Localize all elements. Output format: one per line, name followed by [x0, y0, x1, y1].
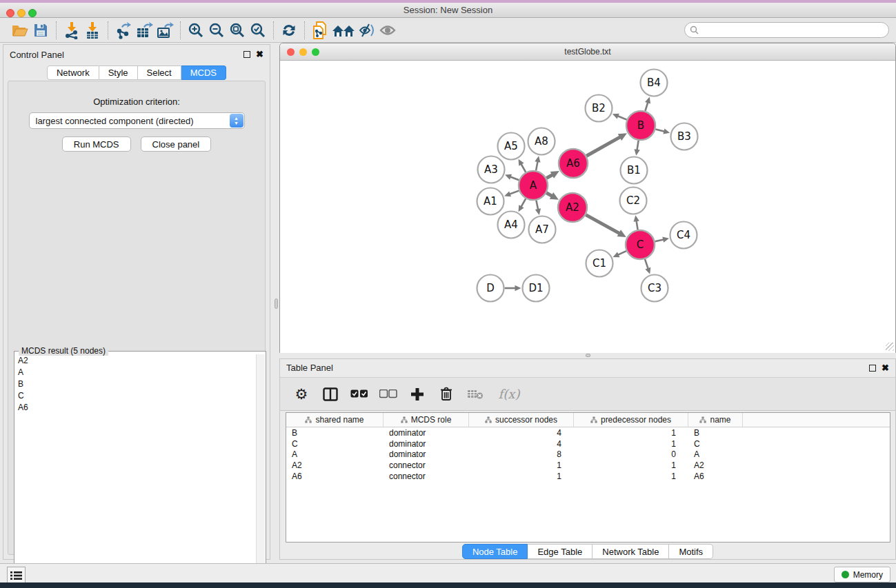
table-cell[interactable]: 1 [469, 472, 574, 481]
run-mcds-button[interactable]: Run MCDS [62, 136, 131, 152]
float-panel-icon[interactable] [243, 51, 250, 58]
table-cell[interactable]: 0 [574, 449, 688, 459]
node-table-header[interactable]: shared nameMCDS rolesuccessor nodesprede… [286, 413, 890, 427]
table-cell[interactable]: 1 [469, 460, 574, 470]
hide-details-icon[interactable] [357, 21, 377, 40]
edge-B-B3[interactable] [655, 129, 665, 132]
node-table[interactable]: shared nameMCDS rolesuccessor nodesprede… [286, 412, 890, 543]
column-header-successor-nodes[interactable]: successor nodes [469, 413, 574, 427]
edge-B-B1[interactable] [637, 141, 638, 151]
memory-button[interactable]: Memory [834, 567, 890, 582]
edge-A-A4[interactable] [521, 199, 526, 207]
table-cell[interactable]: A [286, 449, 384, 459]
delete-table-icon[interactable] [466, 385, 484, 403]
table-cell[interactable]: 1 [574, 472, 688, 481]
delete-column-trash-icon[interactable] [437, 385, 455, 403]
table-cell[interactable]: B [286, 428, 384, 438]
select-all-columns-icon[interactable] [350, 385, 368, 403]
network-zoom-traffic-light[interactable] [312, 48, 319, 56]
show-columns-icon[interactable] [321, 385, 339, 403]
network-window-titlebar[interactable]: testGlobe.txt [280, 43, 895, 61]
table-cell[interactable]: 1 [574, 439, 688, 449]
table-cell[interactable]: 1 [574, 460, 688, 470]
network-close-traffic-light[interactable] [287, 48, 295, 56]
mcds-result-list[interactable]: A2ABCA6 [15, 354, 256, 587]
column-header-shared-name[interactable]: shared name [286, 413, 384, 427]
table-cell[interactable]: dominator [384, 439, 469, 449]
table-cell[interactable]: A6 [286, 472, 384, 481]
table-row[interactable]: A2connector11A2 [286, 460, 890, 471]
mcds-result-item[interactable]: B [15, 378, 256, 389]
table-cell[interactable]: dominator [384, 428, 469, 438]
mcds-result-item[interactable]: C [15, 389, 256, 401]
zoom-in-icon[interactable] [186, 21, 206, 40]
vertical-splitter-handle[interactable] [275, 298, 278, 309]
minimize-traffic-light[interactable] [17, 9, 26, 17]
network-minimize-traffic-light[interactable] [299, 48, 307, 56]
zoom-out-icon[interactable] [206, 21, 227, 40]
import-network-icon[interactable] [61, 21, 82, 40]
table-cell[interactable]: C [688, 439, 743, 449]
table-cell[interactable]: C [286, 439, 384, 449]
node-table-body[interactable]: Bdominator41BCdominator41CAdominator80AA… [286, 427, 890, 481]
table-options-gear-icon[interactable]: ⚙ [292, 385, 310, 403]
function-builder-icon[interactable]: f(x) [495, 385, 523, 403]
table-cell[interactable]: 8 [469, 449, 574, 459]
table-cell[interactable]: dominator [384, 449, 469, 459]
zoom-traffic-light[interactable] [28, 9, 37, 17]
column-header-MCDS-role[interactable]: MCDS role [384, 413, 469, 427]
edge-B-B2[interactable] [617, 116, 626, 120]
table-row[interactable]: Bdominator41B [286, 427, 890, 438]
table-cell[interactable]: 4 [469, 439, 574, 449]
table-row[interactable]: Adominator80A [286, 449, 890, 460]
tab-network[interactable]: Network [47, 65, 99, 80]
tab-mcds[interactable]: MCDS [181, 65, 226, 80]
search-field[interactable] [684, 22, 889, 38]
table-cell[interactable]: B [688, 428, 743, 438]
column-header-name[interactable]: name [688, 413, 743, 427]
table-cell[interactable]: A2 [688, 460, 743, 470]
table-cell[interactable]: A2 [286, 460, 384, 470]
zoom-fit-icon[interactable] [227, 21, 248, 40]
edge-B-B4[interactable] [645, 101, 648, 111]
edge-A-A5[interactable] [521, 163, 526, 172]
refresh-icon[interactable] [279, 21, 299, 40]
save-session-icon[interactable] [30, 21, 51, 40]
table-cell[interactable]: 4 [469, 428, 574, 438]
mcds-result-item[interactable]: A2 [15, 354, 256, 366]
close-table-panel-icon[interactable]: ✖ [882, 365, 889, 372]
network-from-selection-icon[interactable] [310, 21, 330, 40]
mcds-result-item[interactable]: A6 [15, 401, 256, 413]
network-graph[interactable]: AA1A3A4A5A7A8A6A2BB1B2B3B4CC1C2C3C4DD1 [280, 61, 895, 353]
zoom-selected-icon[interactable] [248, 21, 268, 40]
export-network-icon[interactable] [113, 21, 134, 40]
close-traffic-light[interactable] [6, 9, 14, 17]
export-image-icon[interactable] [155, 21, 175, 40]
edge-C-C2[interactable] [636, 220, 637, 230]
edge-A2-C[interactable] [586, 215, 620, 234]
first-neighbors-icon[interactable] [330, 21, 357, 40]
close-panel-icon[interactable]: ✖ [256, 51, 263, 58]
show-details-icon[interactable] [377, 21, 398, 40]
column-header-predecessor-nodes[interactable]: predecessor nodes [574, 413, 688, 427]
mcds-list-scrollbar[interactable] [256, 354, 265, 587]
edge-A6-B[interactable] [586, 136, 621, 156]
table-row[interactable]: Cdominator41C [286, 438, 890, 449]
float-table-panel-icon[interactable] [869, 365, 876, 372]
tab-node-table[interactable]: Node Table [462, 544, 528, 559]
tab-edge-table[interactable]: Edge Table [528, 544, 593, 559]
import-table-icon[interactable] [82, 21, 103, 40]
window-resize-grip[interactable] [886, 343, 894, 351]
tab-network-table[interactable]: Network Table [593, 544, 669, 559]
edge-A-A1[interactable] [509, 191, 519, 194]
edge-C-C4[interactable] [655, 239, 664, 241]
table-row[interactable]: A6connector11A6 [286, 471, 890, 482]
edge-A-A8[interactable] [536, 161, 538, 170]
deselect-all-columns-icon[interactable] [379, 385, 397, 403]
export-table-icon[interactable] [134, 21, 155, 40]
table-cell[interactable]: A6 [688, 472, 743, 481]
criterion-select[interactable]: largest connected component (directed) ▲… [29, 112, 245, 129]
table-cell[interactable]: connector [384, 472, 469, 481]
add-column-icon[interactable] [408, 385, 426, 403]
edge-C-C1[interactable] [617, 251, 626, 255]
